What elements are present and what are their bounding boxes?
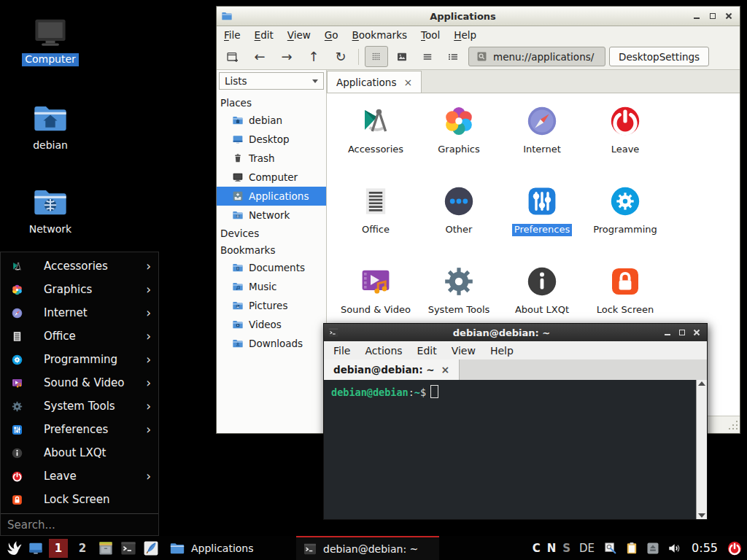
- terminal-menu-view[interactable]: View: [452, 345, 476, 357]
- menu-item-accessories[interactable]: Accessories›: [1, 254, 158, 278]
- keyboard-indicator-c[interactable]: C: [533, 542, 541, 555]
- terminal-maximize-button[interactable]: [678, 329, 686, 336]
- fm-menu-go[interactable]: Go: [325, 29, 338, 41]
- menu-search-input[interactable]: Search...: [1, 513, 158, 535]
- desktop-settings-button[interactable]: DesktopSettings: [609, 47, 709, 66]
- keyboard-layout[interactable]: DE: [579, 542, 595, 555]
- menu-item-graphics[interactable]: Graphics›: [1, 278, 158, 301]
- app-category-programming[interactable]: Programming: [584, 181, 667, 261]
- icon-view-button[interactable]: [365, 46, 388, 67]
- app-category-office[interactable]: Office: [334, 181, 417, 261]
- sidebar-item-music[interactable]: Music: [217, 277, 326, 296]
- menu-item-internet[interactable]: Internet›: [1, 301, 158, 324]
- fm-titlebar[interactable]: Applications: [217, 7, 740, 26]
- menu-item-sound-video[interactable]: Sound & Video›: [1, 371, 158, 394]
- menu-item-leave[interactable]: Leave›: [1, 464, 158, 488]
- fm-close-button[interactable]: [725, 12, 732, 20]
- sidebar-item-pictures[interactable]: Pictures: [217, 296, 326, 315]
- terminal-tab[interactable]: debian@debian: ~ ×: [324, 359, 460, 380]
- file-manager-launcher[interactable]: [97, 540, 115, 557]
- folder-downloads-icon: [232, 338, 244, 349]
- compact-view-button[interactable]: [416, 46, 439, 67]
- taskbar-task-applications[interactable]: Applications: [165, 536, 258, 560]
- scroll-down-icon[interactable]: [698, 513, 705, 518]
- detailed-view-button[interactable]: [441, 46, 465, 67]
- thumbnail-view-button[interactable]: [390, 46, 414, 67]
- app-category-label: System Tools: [426, 304, 492, 316]
- up-button[interactable]: ↑: [302, 46, 325, 67]
- app-category-graphics[interactable]: Graphics: [417, 101, 500, 181]
- terminal-titlebar[interactable]: debian@debian: ~: [324, 324, 707, 341]
- reload-button[interactable]: ↻: [329, 46, 352, 67]
- fm-minimize-button[interactable]: [693, 12, 700, 20]
- sidebar-item-videos[interactable]: Videos: [217, 315, 326, 334]
- app-category-other[interactable]: Other: [417, 181, 500, 261]
- terminal-scrollbar[interactable]: [696, 380, 707, 519]
- desktop-icon-debian[interactable]: debian: [22, 99, 79, 152]
- submenu-chevron-icon: ›: [146, 307, 151, 319]
- sidebar-item-trash[interactable]: Trash: [217, 149, 326, 168]
- menu-item-system-tools[interactable]: System Tools›: [1, 394, 158, 418]
- clipboard-tray-icon[interactable]: [624, 541, 639, 556]
- terminal-menu-actions[interactable]: Actions: [365, 345, 402, 357]
- menu-item-preferences[interactable]: Preferences›: [1, 418, 158, 441]
- app-category-internet[interactable]: Internet: [500, 101, 584, 181]
- terminal-launcher[interactable]: [120, 540, 137, 557]
- terminal-menu-help[interactable]: Help: [490, 345, 514, 357]
- sidebar-item-applications[interactable]: Applications: [217, 187, 326, 206]
- workspace-1[interactable]: 1: [49, 539, 68, 558]
- workspace-2[interactable]: 2: [73, 539, 92, 558]
- featherpad-launcher[interactable]: [142, 540, 160, 557]
- tab-close-icon[interactable]: ×: [441, 365, 450, 375]
- fm-tab-applications[interactable]: Applications ×: [327, 71, 422, 93]
- forward-button[interactable]: →: [275, 46, 298, 67]
- app-category-accessories[interactable]: Accessories: [334, 101, 417, 181]
- sidebar-item-downloads[interactable]: Downloads: [217, 334, 326, 353]
- sidebar-item-documents[interactable]: Documents: [217, 258, 326, 277]
- back-button[interactable]: ←: [248, 46, 271, 67]
- tab-close-icon[interactable]: ×: [403, 77, 412, 88]
- taskbar-task-terminal[interactable]: debian@debian: ~: [296, 536, 439, 560]
- terminal-menu-file[interactable]: File: [333, 345, 350, 357]
- sidebar-item-desktop[interactable]: Desktop: [217, 130, 326, 149]
- fm-menu-help[interactable]: Help: [454, 29, 476, 41]
- terminal-menu-edit[interactable]: Edit: [417, 345, 437, 357]
- fm-menu-bookmarks[interactable]: Bookmarks: [352, 29, 407, 41]
- desktop-icon-network[interactable]: Network: [22, 183, 79, 236]
- eject-tray-icon[interactable]: [646, 541, 660, 556]
- app-category-preferences[interactable]: Preferences: [500, 181, 584, 261]
- scroll-up-icon[interactable]: [698, 381, 705, 386]
- power-button[interactable]: [727, 540, 743, 556]
- resize-grip[interactable]: [729, 428, 730, 429]
- sound-video-icon: [11, 377, 23, 389]
- path-bar[interactable]: menu://applications/: [468, 47, 605, 66]
- lxqt-menu-button[interactable]: [5, 540, 23, 557]
- clock[interactable]: 0:55: [692, 541, 718, 555]
- sidebar-item-computer[interactable]: Computer: [217, 168, 326, 187]
- menu-item-lock-screen[interactable]: Lock Screen: [1, 488, 158, 511]
- menu-item-about-lxqt[interactable]: About LXQt: [1, 441, 158, 464]
- fm-maximize-button[interactable]: [709, 12, 716, 20]
- terminal-close-button[interactable]: [693, 329, 700, 336]
- sidebar-item-debian[interactable]: debian: [217, 111, 326, 130]
- volume-tray-icon[interactable]: [667, 540, 683, 556]
- keyboard-indicator-n[interactable]: N: [547, 542, 557, 555]
- screenshot-tray-icon[interactable]: [603, 541, 618, 556]
- new-tab-button[interactable]: [221, 46, 244, 67]
- fm-menu-view[interactable]: View: [287, 29, 311, 41]
- terminal-content[interactable]: debian@debian:~$: [324, 380, 707, 519]
- sidebar-item-network[interactable]: Network: [217, 206, 326, 225]
- keyboard-indicator-s[interactable]: S: [562, 542, 570, 555]
- fm-menu-tool[interactable]: Tool: [421, 29, 440, 41]
- menu-item-programming[interactable]: Programming›: [1, 348, 158, 371]
- desktop-pager-icon[interactable]: [28, 540, 44, 556]
- lists-dropdown[interactable]: Lists: [219, 72, 324, 90]
- desktop-icon-computer[interactable]: Computer: [22, 13, 79, 66]
- fm-menu-file[interactable]: File: [224, 29, 241, 41]
- menu-item-office[interactable]: Office›: [1, 324, 158, 348]
- folder-plain-icon: [221, 10, 233, 22]
- fm-menu-edit[interactable]: Edit: [255, 29, 274, 41]
- terminal-minimize-button[interactable]: [664, 329, 671, 336]
- app-category-leave[interactable]: Leave: [584, 101, 667, 181]
- sidebar-section-bookmarks: Bookmarks: [217, 241, 326, 258]
